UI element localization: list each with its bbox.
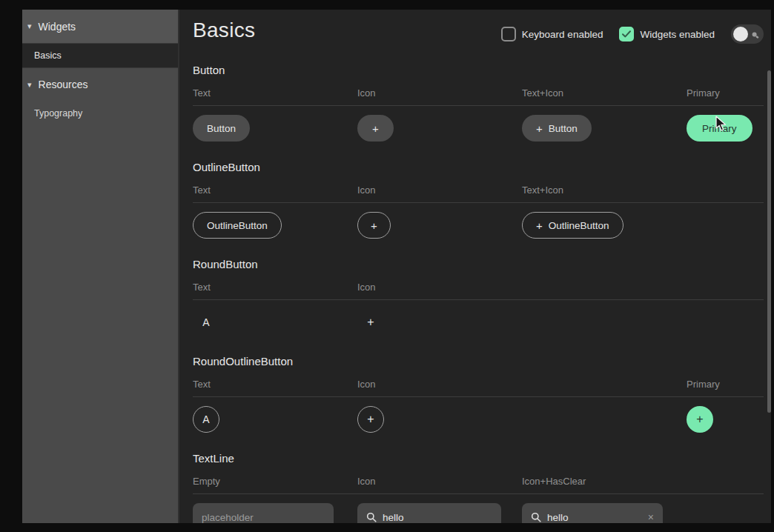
round-button-icon[interactable]: + xyxy=(357,309,384,336)
column-label: Icon xyxy=(357,379,522,390)
round-button-primary[interactable]: + xyxy=(687,406,713,433)
button-primary[interactable]: Primary xyxy=(687,115,752,142)
button-label: OutlineButton xyxy=(549,220,609,231)
textline-empty xyxy=(193,503,334,523)
section-title: Button xyxy=(193,63,764,78)
lamp-icon xyxy=(751,30,760,43)
column-label: Icon xyxy=(357,184,522,196)
section-title: TextLine xyxy=(193,451,764,466)
section-outlinebutton: OutlineButton Text Icon Text+Icon Outlin… xyxy=(193,160,764,247)
button-label: A xyxy=(202,316,209,328)
checkbox-label: Keyboard enabled xyxy=(522,29,603,40)
button-text[interactable]: Button xyxy=(193,115,250,142)
widget-row: OutlineButton + +OutlineButton xyxy=(193,203,764,247)
caret-down-icon: ▾ xyxy=(27,22,32,30)
plus-icon: + xyxy=(367,316,374,329)
sections: Button Text Icon Text+Icon Primary Butto… xyxy=(193,63,764,523)
section-title: RoundButton xyxy=(193,257,764,272)
textline-icon xyxy=(357,503,501,523)
section-title: RoundOutlineButton xyxy=(193,354,764,369)
column-label: Text+Icon xyxy=(522,184,687,196)
sidebar-group-label: Widgets xyxy=(39,21,76,33)
column-label: Primary xyxy=(687,379,764,390)
button-label: OutlineButton xyxy=(207,220,268,231)
search-icon xyxy=(366,512,377,522)
widgets-enabled-checkbox[interactable]: Widgets enabled xyxy=(619,27,715,41)
button-label: A xyxy=(202,413,209,425)
button-label: Button xyxy=(549,123,578,134)
page-title: Basics xyxy=(193,19,255,42)
column-label: Icon xyxy=(357,476,522,487)
theme-toggle[interactable] xyxy=(731,24,764,44)
plus-icon: + xyxy=(536,123,543,134)
widget-row: A + + xyxy=(193,397,764,442)
section-textline: TextLine Empty Icon Icon+HasClear xyxy=(193,451,764,523)
button-label: Primary xyxy=(702,123,737,134)
app-window: ▾ Widgets Basics ▾ Resources Typography … xyxy=(22,10,771,523)
toggle-knob[interactable] xyxy=(733,27,748,41)
widget-row: A + xyxy=(193,300,764,345)
column-label: Text+Icon xyxy=(522,87,687,99)
main-content: Basics Keyboard enabled Widgets enabled xyxy=(179,10,771,523)
column-label: Icon xyxy=(357,282,522,293)
keyboard-enabled-checkbox[interactable]: Keyboard enabled xyxy=(501,27,603,41)
button-text-icon[interactable]: +Button xyxy=(522,115,592,142)
column-label: Text xyxy=(193,184,357,196)
checkbox-checked-icon[interactable] xyxy=(619,27,634,41)
outline-button-icon[interactable]: + xyxy=(357,212,391,239)
sidebar: ▾ Widgets Basics ▾ Resources Typography xyxy=(22,10,179,523)
outline-button-text[interactable]: OutlineButton xyxy=(193,212,282,239)
clear-icon[interactable]: × xyxy=(648,511,654,523)
plus-icon: + xyxy=(372,123,379,134)
outline-button-text-icon[interactable]: +OutlineButton xyxy=(522,212,624,239)
column-label: Text xyxy=(193,282,357,293)
section-roundoutlinebutton: RoundOutlineButton Text Icon Primary A +… xyxy=(193,354,764,442)
textline-icon-input[interactable] xyxy=(383,512,492,523)
column-label: Text xyxy=(193,379,357,390)
plus-icon: + xyxy=(371,220,377,231)
column-label: Primary xyxy=(687,87,764,99)
button-icon[interactable]: + xyxy=(357,115,394,142)
column-label: Icon xyxy=(357,87,522,99)
textline-empty-input[interactable] xyxy=(202,512,325,523)
main-header: Basics Keyboard enabled Widgets enabled xyxy=(193,19,764,44)
column-headers: Empty Icon Icon+HasClear xyxy=(193,476,764,494)
section-roundbutton: RoundButton Text Icon A + xyxy=(193,257,764,345)
plus-icon: + xyxy=(696,413,703,426)
plus-icon: + xyxy=(536,220,543,231)
search-icon xyxy=(531,512,541,522)
plus-icon: + xyxy=(367,413,374,426)
round-button-text[interactable]: A xyxy=(193,309,219,336)
textline-hasclear: × xyxy=(522,503,663,523)
textline-hasclear-input[interactable] xyxy=(547,512,642,523)
checkbox-label: Widgets enabled xyxy=(640,29,715,40)
column-headers: Text Icon Text+Icon Primary xyxy=(193,87,764,106)
column-label: Empty xyxy=(193,476,357,487)
column-label: Text xyxy=(193,87,357,99)
round-outline-button-icon[interactable]: + xyxy=(357,406,384,433)
sidebar-group-resources[interactable]: ▾ Resources xyxy=(22,68,178,101)
checkbox-unchecked-icon[interactable] xyxy=(501,27,516,41)
sidebar-group-label: Resources xyxy=(39,79,88,90)
header-controls: Keyboard enabled Widgets enabled xyxy=(501,24,764,44)
sidebar-item-label: Typography xyxy=(34,108,82,119)
widget-row: Button + +Button Primary xyxy=(193,106,764,150)
column-headers: Text Icon Text+Icon xyxy=(193,184,764,203)
sidebar-group-widgets[interactable]: ▾ Widgets xyxy=(22,10,178,44)
column-headers: Text Icon Primary xyxy=(193,379,764,397)
sidebar-item-typography[interactable]: Typography xyxy=(22,101,178,125)
vertical-scrollbar[interactable] xyxy=(767,70,771,413)
sidebar-item-label: Basics xyxy=(34,50,62,61)
column-headers: Text Icon xyxy=(193,282,764,300)
section-title: OutlineButton xyxy=(193,160,764,175)
column-label: Icon+HasClear xyxy=(522,476,687,487)
section-button: Button Text Icon Text+Icon Primary Butto… xyxy=(193,63,764,150)
widget-row: × xyxy=(193,494,764,523)
check-icon xyxy=(622,30,631,38)
caret-down-icon: ▾ xyxy=(27,81,32,89)
round-outline-button-text[interactable]: A xyxy=(193,406,219,433)
button-label: Button xyxy=(207,123,236,134)
sidebar-item-basics[interactable]: Basics xyxy=(22,44,178,68)
